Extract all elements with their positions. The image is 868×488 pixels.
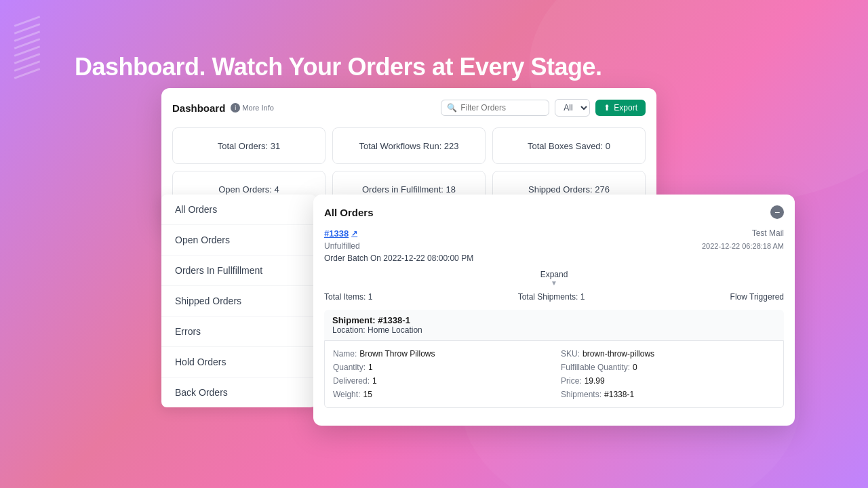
field-shipments-label: Shipments:	[561, 390, 601, 399]
more-info-link[interactable]: i More Info	[231, 103, 273, 113]
field-quantity: Quantity: 1	[333, 363, 547, 372]
field-delivered-label: Delivered:	[333, 376, 370, 386]
filter-orders-input[interactable]	[460, 103, 543, 113]
total-items-value: 1	[368, 292, 373, 302]
field-name-label: Name:	[333, 349, 357, 359]
order-status: Unfulfilled	[324, 241, 360, 251]
search-icon: 🔍	[447, 103, 457, 113]
shipment-title: Shipment: #1338-1	[332, 315, 776, 325]
diagonal-lines-decoration	[14, 20, 41, 75]
field-weight-value: 15	[363, 390, 372, 399]
expand-dots: ▼	[551, 279, 557, 287]
order-date: 2022-12-22 06:28:18 AM	[702, 242, 784, 250]
shipment-location: Location: Home Location	[332, 325, 776, 335]
total-items: Total Items: 1	[324, 292, 372, 302]
field-sku-label: SKU:	[561, 349, 580, 359]
field-price-value: 19.99	[585, 376, 605, 386]
nav-all-orders[interactable]: All Orders	[161, 195, 316, 225]
order-meta: Total Items: 1 Total Shipments: 1 Flow T…	[324, 292, 784, 302]
page-heading: Dashboard. Watch Your Orders at Every St…	[75, 53, 602, 81]
nav-hold-orders[interactable]: Hold Orders	[161, 347, 316, 378]
stat-total-workflows: Total Workflows Run: 223	[332, 127, 486, 164]
order-id-text: #1338	[324, 228, 349, 239]
order-row: #1338 ↗ Test Mail Unfulfilled 2022-12-22…	[324, 228, 784, 408]
dashboard-controls: 🔍 All ⬆ Export	[441, 99, 646, 117]
nav-errors[interactable]: Errors	[161, 317, 316, 347]
info-icon: i	[231, 103, 240, 113]
field-fulfillable-label: Fulfillable Quantity:	[561, 363, 630, 372]
orders-detail-panel: All Orders − #1338 ↗ Test Mail Unfulfill…	[313, 195, 795, 426]
stat-boxes-saved-label: Total Boxes Saved: 0	[528, 141, 610, 151]
nav-sidebar: All Orders Open Orders Orders In Fullfil…	[161, 195, 316, 407]
field-quantity-label: Quantity:	[333, 363, 366, 372]
stats-grid-top: Total Orders: 31 Total Workflows Run: 22…	[172, 127, 646, 164]
nav-back-orders[interactable]: Back Orders	[161, 378, 316, 407]
order-top: #1338 ↗ Test Mail	[324, 228, 784, 239]
field-name-value: Brown Throw Pillows	[359, 349, 435, 359]
field-weight-label: Weight:	[333, 390, 360, 399]
field-name: Name: Brown Throw Pillows	[333, 349, 547, 359]
more-info-label: More Info	[242, 104, 273, 112]
stat-total-orders: Total Orders: 31	[172, 127, 326, 164]
nav-open-orders[interactable]: Open Orders	[161, 225, 316, 256]
upload-icon: ⬆	[604, 103, 610, 113]
shipment-grid: Name: Brown Throw Pillows SKU: brown-thr…	[333, 349, 775, 399]
filter-select[interactable]: All	[555, 99, 590, 117]
field-shipments: Shipments: #1338-1	[561, 390, 775, 399]
order-id-link[interactable]: #1338 ↗	[324, 228, 357, 239]
field-fulfillable-qty: Fulfillable Quantity: 0	[561, 363, 775, 372]
field-fulfillable-value: 0	[633, 363, 637, 372]
shipment-block: Shipment: #1338-1 Location: Home Locatio…	[324, 310, 784, 408]
field-shipments-value: #1338-1	[604, 390, 634, 399]
export-button[interactable]: ⬆ Export	[595, 100, 646, 116]
stat-boxes-saved: Total Boxes Saved: 0	[492, 127, 646, 164]
field-sku: SKU: brown-throw-pillows	[561, 349, 775, 359]
field-price-label: Price:	[561, 376, 582, 386]
total-shipments-label: Total Shipments:	[518, 292, 580, 302]
dashboard-title: Dashboard	[172, 102, 225, 114]
total-shipments-value: 1	[580, 292, 585, 302]
orders-panel-header: All Orders −	[324, 205, 784, 219]
nav-orders-fulfillment[interactable]: Orders In Fullfillment	[161, 256, 316, 286]
order-label: Test Mail	[752, 228, 784, 238]
expand-section[interactable]: Expand ▼	[324, 270, 784, 287]
dashboard-header: Dashboard i More Info 🔍 All ⬆ Export	[172, 99, 646, 117]
dashboard-title-area: Dashboard i More Info	[172, 102, 274, 114]
flow-triggered: Flow Triggered	[730, 292, 784, 302]
stat-shipped-label: Shipped Orders: 276	[528, 184, 610, 195]
close-button[interactable]: −	[770, 205, 784, 219]
search-box: 🔍	[441, 100, 549, 116]
field-delivered: Delivered: 1	[333, 376, 547, 386]
total-shipments: Total Shipments: 1	[518, 292, 585, 302]
export-label: Export	[614, 103, 637, 113]
stat-total-orders-label: Total Orders: 31	[218, 141, 281, 151]
field-delivered-value: 1	[372, 376, 377, 386]
external-link-icon: ↗	[351, 229, 357, 238]
field-quantity-value: 1	[368, 363, 373, 372]
stat-open-orders-label: Open Orders: 4	[218, 184, 279, 195]
orders-panel-title: All Orders	[324, 207, 374, 218]
field-sku-value: brown-throw-pillows	[583, 349, 654, 359]
stat-total-workflows-label: Total Workflows Run: 223	[359, 141, 458, 151]
nav-shipped-orders[interactable]: Shipped Orders	[161, 286, 316, 317]
field-weight: Weight: 15	[333, 390, 547, 399]
shipment-header: Shipment: #1338-1 Location: Home Locatio…	[324, 310, 784, 340]
stat-fulfillment-label: Orders in Fulfillment: 18	[362, 184, 456, 195]
field-price: Price: 19.99	[561, 376, 775, 386]
expand-label: Expand	[540, 270, 568, 279]
total-items-label: Total Items:	[324, 292, 368, 302]
shipment-details: Name: Brown Throw Pillows SKU: brown-thr…	[324, 340, 784, 408]
order-batch: Order Batch On 2022-12-22 08:00:00 PM	[324, 253, 784, 263]
